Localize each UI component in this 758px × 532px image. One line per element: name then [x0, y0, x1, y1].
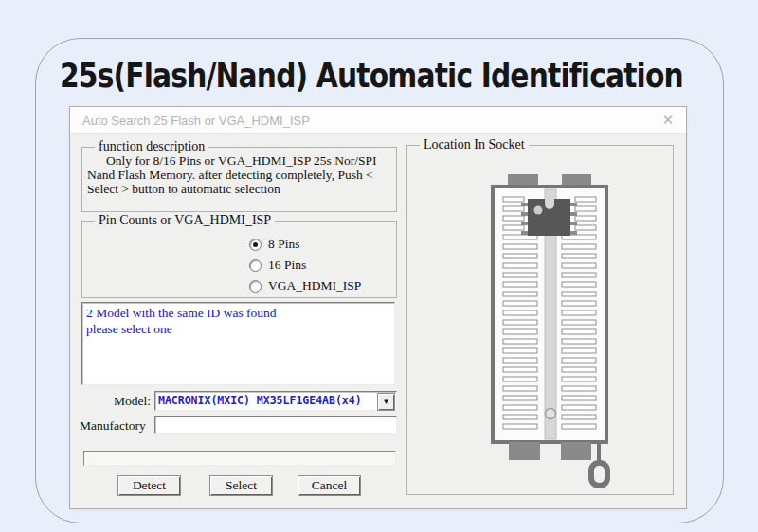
cancel-button[interactable]: Cancel [298, 475, 361, 496]
socket-screw [546, 409, 556, 419]
fd-line-2: Nand Flash Memory. after detecting compl… [87, 168, 391, 182]
page-title: 25s(Flash/Nand) Automatic Identification [60, 57, 640, 95]
function-description-label: function description [95, 139, 208, 154]
fd-line-1: Only for 8/16 Pins or VGA_HDMI_ISP 25s N… [87, 153, 391, 168]
radio-option-vga-hdmi-isp[interactable]: VGA_HDMI_ISP [249, 275, 361, 296]
dialog-titlebar: Auto Search 25 Flash or VGA_HDMI_ISP ✕ [70, 107, 686, 134]
result-message-2: please select one [86, 321, 390, 337]
result-list[interactable]: 2 Model with the same ID was found pleas… [81, 302, 395, 385]
model-value[interactable]: MACRONIX(MXIC) MX35LF1GE4AB(x4) [158, 394, 377, 407]
radio-icon[interactable] [249, 259, 262, 272]
dialog-title: Auto Search 25 Flash or VGA_HDMI_ISP [82, 114, 310, 128]
detect-button[interactable]: Detect [117, 475, 181, 496]
pin-counts-group: Pin Counts or VGA_HDMI_ISP 8 Pins 16 Pin… [81, 221, 397, 298]
radio-icon[interactable] [249, 239, 262, 251]
model-label: Model: [81, 394, 151, 409]
manufactory-field[interactable] [154, 416, 397, 434]
chip-pin1-dot [534, 206, 543, 215]
socket-illustration [411, 164, 667, 488]
chevron-down-icon[interactable]: ▼ [377, 393, 395, 411]
radio-icon[interactable] [249, 280, 262, 293]
pin-counts-options: 8 Pins 16 Pins VGA_HDMI_ISP [249, 234, 361, 296]
radio-option-16pins[interactable]: 16 Pins [249, 255, 361, 275]
model-combobox[interactable]: MACRONIX(MXIC) MX35LF1GE4AB(x4) ▼ [154, 391, 397, 411]
select-button[interactable]: Select [209, 475, 273, 496]
manufactory-label: Manufactory [80, 418, 146, 434]
location-in-socket-label: Location In Socket [420, 137, 529, 152]
socket-lever-arm [597, 440, 601, 463]
radio-option-8pins[interactable]: 8 Pins [249, 234, 361, 255]
close-icon[interactable]: ✕ [658, 110, 678, 131]
socket-lever-handle [591, 463, 607, 486]
progress-bar [83, 451, 396, 466]
function-description-text: Only for 8/16 Pins or VGA_HDMI_ISP 25s N… [87, 153, 391, 196]
result-message-1: 2 Model with the same ID was found [86, 305, 390, 321]
pin-counts-label: Pin Counts or VGA_HDMI_ISP [95, 213, 275, 228]
fd-line-3: Select > button to automatic selection [87, 182, 391, 196]
auto-search-dialog: Auto Search 25 Flash or VGA_HDMI_ISP ✕ f… [69, 106, 687, 509]
function-description-group: function description Only for 8/16 Pins … [81, 147, 397, 212]
socket-bottom-tab [509, 442, 540, 460]
socket-bottom-tab [561, 442, 591, 460]
